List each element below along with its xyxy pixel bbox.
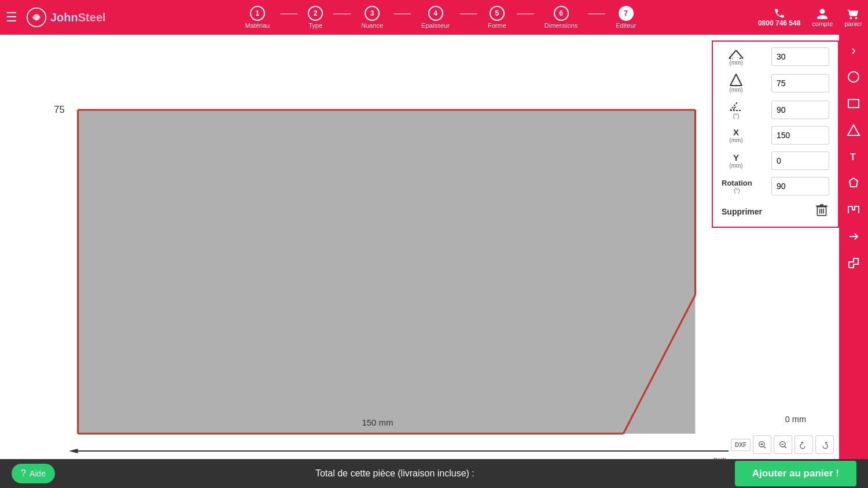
svg-text:DXF: DXF bbox=[713, 457, 727, 459]
hamburger-button[interactable]: ☰ bbox=[6, 10, 17, 25]
angle-icon bbox=[728, 100, 744, 113]
field3-input[interactable] bbox=[771, 101, 829, 119]
zoom-out-icon bbox=[778, 440, 788, 449]
field5-input[interactable] bbox=[771, 151, 829, 170]
dimension-bottom-label: 150 mm bbox=[362, 417, 393, 427]
step-3[interactable]: 3 Nuance bbox=[351, 6, 393, 29]
step-connector-3 bbox=[393, 13, 411, 14]
step-2-circle: 2 bbox=[308, 6, 323, 21]
logo-name2: Steel bbox=[78, 11, 106, 24]
triangle-tool-icon bbox=[847, 123, 860, 137]
step-6-circle: 6 bbox=[554, 6, 569, 21]
large-triangle-icon bbox=[728, 73, 744, 87]
field1-input[interactable] bbox=[771, 47, 829, 66]
circle-tool-button[interactable] bbox=[841, 64, 866, 90]
phone-area: 0800 746 548 bbox=[758, 8, 800, 27]
delete-button[interactable] bbox=[814, 202, 829, 221]
field2-unit: (mm) bbox=[729, 87, 742, 93]
field3-unit: (°) bbox=[733, 113, 740, 119]
bracket-tool-icon bbox=[847, 256, 860, 270]
svg-marker-34 bbox=[848, 125, 859, 135]
field2-label: (mm) bbox=[722, 73, 751, 93]
step-5-label: Forme bbox=[488, 22, 506, 29]
help-button[interactable]: ? Aide bbox=[12, 464, 55, 483]
step-1-circle: 1 bbox=[250, 6, 265, 21]
rectangle-tool-icon bbox=[847, 97, 860, 110]
account-area[interactable]: compte bbox=[812, 8, 833, 27]
svg-line-18 bbox=[736, 50, 743, 58]
step-3-label: Nuance bbox=[361, 22, 383, 29]
step-1-label: Matériau bbox=[245, 22, 270, 29]
delete-row: Supprimer bbox=[722, 202, 829, 221]
step-1[interactable]: 1 Matériau bbox=[234, 6, 280, 29]
help-circle-icon: ? bbox=[21, 468, 26, 479]
svg-marker-6 bbox=[69, 449, 78, 453]
step-6[interactable]: 6 Dimensions bbox=[534, 6, 588, 29]
svg-rect-33 bbox=[848, 99, 859, 108]
triangle-tool-button[interactable] bbox=[841, 117, 866, 143]
field5-label: Y (mm) bbox=[722, 153, 751, 169]
text-tool-icon: T bbox=[847, 150, 860, 164]
field5-row: Y (mm) bbox=[722, 151, 829, 170]
redo-button[interactable] bbox=[815, 435, 834, 454]
field1-label: (mm) bbox=[722, 48, 751, 66]
field5-y-label: Y bbox=[733, 153, 739, 162]
field4-row: X (mm) bbox=[722, 126, 829, 145]
rotation-input[interactable] bbox=[771, 177, 829, 195]
svg-text:75: 75 bbox=[54, 104, 64, 114]
step-6-label: Dimensions bbox=[545, 22, 578, 29]
zoom-controls: DXF bbox=[729, 433, 836, 456]
zoom-out-button[interactable] bbox=[774, 435, 792, 454]
notch-tool-icon bbox=[847, 203, 860, 217]
step-4[interactable]: 4 Epaisseur bbox=[411, 6, 460, 29]
account-icon bbox=[816, 8, 829, 20]
dxf-button[interactable]: DXF bbox=[731, 439, 751, 451]
steps-nav: 1 Matériau 2 Type 3 Nuance 4 Epaisseur 5… bbox=[123, 6, 758, 29]
field2-input[interactable] bbox=[771, 74, 829, 93]
field3-row: (°) bbox=[722, 100, 829, 119]
zoom-in-button[interactable] bbox=[753, 435, 771, 454]
svg-line-13 bbox=[764, 446, 766, 448]
rotation-row: Rotation (°) bbox=[722, 177, 829, 195]
phone-icon bbox=[774, 8, 785, 19]
polygon-tool-icon bbox=[847, 176, 860, 190]
field1-unit: (mm) bbox=[729, 60, 742, 66]
add-to-cart-button[interactable]: Ajouter au panier ! bbox=[735, 461, 856, 486]
small-triangle-icon bbox=[728, 48, 744, 60]
svg-point-32 bbox=[848, 72, 859, 82]
arrow-tool-button[interactable] bbox=[841, 224, 866, 249]
properties-panel: (mm) (mm) bbox=[712, 40, 839, 228]
phone-number: 0800 746 548 bbox=[758, 19, 800, 27]
nav-right-button[interactable]: › bbox=[841, 38, 866, 63]
notch-tool-button[interactable] bbox=[841, 197, 866, 223]
field4-x-label: X bbox=[733, 127, 739, 137]
field1-row: (mm) bbox=[722, 47, 829, 66]
step-connector-2 bbox=[333, 13, 351, 14]
step-7[interactable]: 7 Editeur bbox=[605, 6, 646, 29]
bottom-toolbar: ? Aide Total de cette pièce (livraison i… bbox=[0, 459, 868, 488]
svg-line-22 bbox=[736, 74, 742, 86]
text-tool-button[interactable]: T bbox=[841, 144, 866, 169]
step-3-circle: 3 bbox=[365, 6, 380, 21]
cart-icon bbox=[847, 8, 860, 20]
account-label: compte bbox=[812, 20, 833, 27]
cart-area[interactable]: panier bbox=[844, 8, 862, 27]
undo-button[interactable] bbox=[795, 435, 813, 454]
polygon-tool-button[interactable] bbox=[841, 171, 866, 196]
step-7-label: Editeur bbox=[616, 22, 636, 29]
svg-rect-27 bbox=[820, 204, 824, 205]
svg-line-21 bbox=[730, 74, 736, 86]
logo-text: JohnSteel bbox=[50, 11, 106, 24]
circle-tool-icon bbox=[847, 70, 860, 84]
field4-input[interactable] bbox=[771, 126, 829, 145]
rotation-unit: (°) bbox=[734, 187, 740, 194]
step-5[interactable]: 5 Forme bbox=[477, 6, 517, 29]
step-2[interactable]: 2 Type bbox=[297, 6, 333, 29]
logo-icon bbox=[26, 7, 47, 28]
rectangle-tool-button[interactable] bbox=[841, 91, 866, 116]
bracket-tool-button[interactable] bbox=[841, 250, 866, 276]
logo: JohnSteel bbox=[26, 7, 106, 28]
step-2-label: Type bbox=[308, 22, 322, 29]
total-text: Total de cette pièce (livraison incluse)… bbox=[55, 468, 735, 479]
help-label: Aide bbox=[30, 469, 46, 478]
